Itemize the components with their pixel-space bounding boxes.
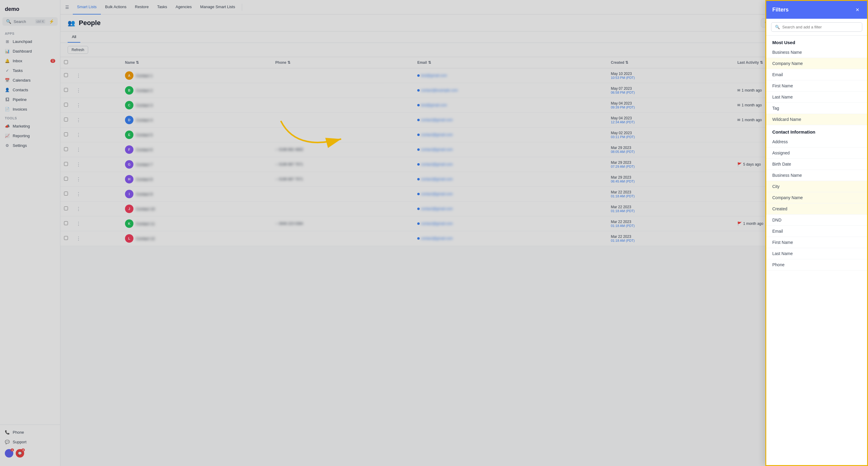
filter-city[interactable]: City bbox=[766, 181, 867, 192]
filter-assigned[interactable]: Assigned bbox=[766, 147, 867, 159]
overlay[interactable] bbox=[0, 0, 868, 466]
filter-first-name[interactable]: First Name bbox=[766, 80, 867, 92]
filter-company-name-ci[interactable]: Company Name bbox=[766, 192, 867, 203]
filter-email-ci[interactable]: Email bbox=[766, 226, 867, 237]
most-used-label: Most Used bbox=[766, 36, 867, 47]
filters-search-icon: 🔍 bbox=[775, 25, 780, 29]
filter-birth-date[interactable]: Birth Date bbox=[766, 159, 867, 170]
filter-dnd[interactable]: DND bbox=[766, 214, 867, 226]
filters-search-box: 🔍 bbox=[771, 22, 862, 32]
filter-business-name-ci[interactable]: Business Name bbox=[766, 170, 867, 181]
filter-tag[interactable]: Tag bbox=[766, 103, 867, 114]
filters-header: Filters × bbox=[766, 1, 867, 19]
filter-last-name[interactable]: Last Name bbox=[766, 92, 867, 103]
filter-business-name[interactable]: Business Name bbox=[766, 47, 867, 58]
contact-info-label: Contact Information bbox=[766, 125, 867, 136]
filters-close-button[interactable]: × bbox=[854, 6, 861, 14]
filter-first-name-ci[interactable]: First Name bbox=[766, 237, 867, 248]
filters-title: Filters bbox=[772, 7, 788, 13]
filter-created[interactable]: Created bbox=[766, 203, 867, 214]
filter-wildcard-name[interactable]: Wildcard Name bbox=[766, 114, 867, 125]
filters-search-input[interactable] bbox=[782, 25, 858, 29]
filters-panel: Filters × 🔍 Most Used Business Name Comp… bbox=[765, 0, 868, 466]
filter-email[interactable]: Email bbox=[766, 69, 867, 80]
filter-company-name[interactable]: Company Name bbox=[766, 58, 867, 69]
filters-search-area: 🔍 bbox=[766, 19, 867, 36]
filter-address[interactable]: Address bbox=[766, 136, 867, 147]
filter-phone[interactable]: Phone bbox=[766, 259, 867, 270]
filters-body: Most Used Business Name Company Name Ema… bbox=[766, 36, 867, 465]
filter-last-name-ci[interactable]: Last Name bbox=[766, 248, 867, 259]
